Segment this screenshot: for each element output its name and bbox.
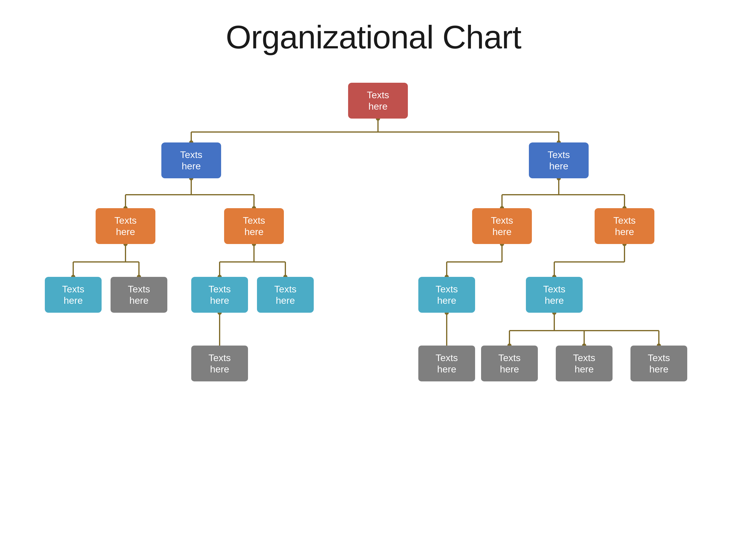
page-title: Organizational Chart — [226, 18, 521, 56]
node-l2d[interactable]: Texts here — [595, 208, 654, 244]
node-l3d[interactable]: Texts here — [257, 277, 314, 313]
node-l3f[interactable]: Texts here — [526, 277, 583, 313]
node-l2a[interactable]: Texts here — [96, 208, 155, 244]
node-l2b[interactable]: Texts here — [224, 208, 284, 244]
node-l4a[interactable]: Texts here — [191, 346, 248, 381]
node-root[interactable]: Texts here — [348, 83, 408, 118]
node-l3c[interactable]: Texts here — [191, 277, 248, 313]
org-chart: Texts here Texts here Texts here Texts h… — [15, 74, 732, 537]
node-l1a[interactable]: Texts here — [161, 142, 221, 178]
node-l4b[interactable]: Texts here — [418, 346, 475, 381]
node-l1b[interactable]: Texts here — [529, 142, 589, 178]
node-l2c[interactable]: Texts here — [472, 208, 532, 244]
node-l3e[interactable]: Texts here — [418, 277, 475, 313]
node-l4d[interactable]: Texts here — [556, 346, 613, 381]
node-l3a[interactable]: Texts here — [45, 277, 102, 313]
node-l3b[interactable]: Texts here — [110, 277, 167, 313]
node-l4e[interactable]: Texts here — [630, 346, 687, 381]
node-l4c[interactable]: Texts here — [481, 346, 538, 381]
